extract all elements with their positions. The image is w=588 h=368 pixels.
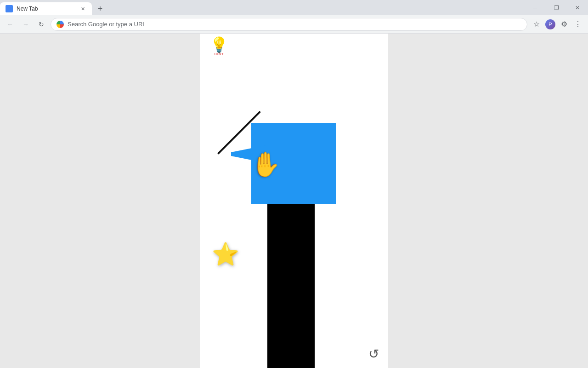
profile-button[interactable]: P [544, 18, 557, 31]
cursor-hand: 🤚 [250, 152, 280, 176]
close-button[interactable]: ✕ [567, 0, 588, 15]
black-column [267, 204, 315, 368]
address-bar[interactable]: Search Google or type a URL [51, 18, 527, 31]
tab-close-button[interactable]: ✕ [79, 5, 86, 12]
menu-button[interactable]: ⋮ [571, 18, 584, 31]
forward-button[interactable]: → [19, 18, 32, 31]
page-content: 💡 HINT 🤚 ⭐ ↺ [0, 34, 588, 368]
toolbar: ← → ↻ Search Google or type a URL ☆ P ⚙ … [0, 15, 588, 34]
hint-icon: 💡 HINT [208, 37, 230, 59]
toolbar-actions: ☆ P ⚙ ⋮ [530, 18, 584, 31]
lightbulb-emoji: 💡 [210, 37, 228, 52]
address-text: Search Google or type a URL [68, 21, 521, 28]
active-tab[interactable]: New Tab ✕ [0, 2, 92, 15]
title-bar: New Tab ✕ + ─ ❐ ✕ [0, 0, 588, 15]
window-controls: ─ ❐ ✕ [525, 0, 588, 15]
reload-game-button[interactable]: ↺ [368, 346, 379, 362]
tab-strip: New Tab ✕ + [0, 0, 107, 15]
bookmark-button[interactable]: ☆ [530, 18, 543, 31]
hint-label: HINT [215, 52, 224, 56]
back-button[interactable]: ← [4, 18, 17, 31]
star-icon: ⭐ [212, 243, 239, 265]
new-tab-button[interactable]: + [94, 2, 107, 15]
extensions-button[interactable]: ⚙ [558, 18, 571, 31]
reload-button[interactable]: ↻ [35, 18, 48, 31]
game-canvas[interactable]: 💡 HINT 🤚 ⭐ ↺ [200, 34, 388, 368]
minimize-button[interactable]: ─ [525, 0, 546, 15]
tab-favicon [6, 5, 13, 12]
tab-title: New Tab [17, 6, 38, 12]
maximize-button[interactable]: ❐ [546, 0, 567, 15]
google-icon [57, 21, 64, 28]
